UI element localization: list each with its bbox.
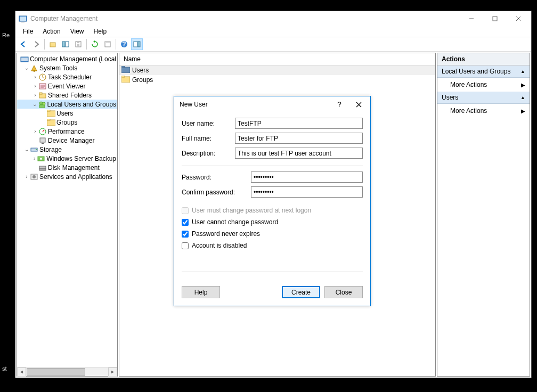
list-item-users[interactable]: Users	[119, 66, 435, 75]
disabled-checkbox-row[interactable]: Account is disabled	[182, 241, 363, 250]
action-pane-button[interactable]	[131, 38, 143, 50]
tree-disk-mgmt[interactable]: Disk Management	[17, 163, 117, 172]
app-icon	[19, 14, 27, 23]
fullname-label: Full name:	[182, 135, 235, 142]
tree-device-manager[interactable]: Device Manager	[17, 136, 117, 145]
fullname-input[interactable]	[235, 133, 363, 144]
menu-action[interactable]: Action	[38, 27, 64, 36]
tree-groups[interactable]: Groups	[17, 118, 117, 127]
tree-label: Users	[56, 110, 73, 117]
menu-help[interactable]: Help	[90, 27, 111, 36]
confirm-label: Confirm password:	[182, 189, 251, 196]
refresh-button[interactable]	[89, 38, 101, 50]
svg-rect-19	[34, 70, 35, 72]
svg-rect-23	[39, 93, 42, 94]
maximize-button[interactable]	[483, 11, 507, 26]
menubar: File Action View Help	[15, 26, 531, 37]
svg-rect-2	[21, 22, 25, 22]
must-change-checkbox-row: User must change password at next logon	[182, 206, 363, 215]
scroll-left-button[interactable]: ◄	[17, 368, 26, 377]
help-button[interactable]: ?	[118, 38, 130, 50]
tree-event-viewer[interactable]: › Event Viewer	[17, 81, 117, 91]
svg-rect-15	[134, 42, 137, 47]
tree-storage[interactable]: ⌄ Storage	[17, 145, 117, 154]
back-button[interactable]	[18, 38, 29, 50]
dialog-help-button[interactable]: ?	[330, 97, 349, 111]
properties-button[interactable]	[102, 38, 113, 50]
svg-rect-27	[47, 111, 55, 117]
svg-rect-18	[21, 58, 28, 61]
folder-icon	[121, 66, 130, 75]
list-header[interactable]: Name	[119, 53, 435, 66]
actions-more-2[interactable]: More Actions ▶	[437, 104, 530, 118]
dialog-title: New User	[180, 101, 330, 108]
tree[interactable]: Computer Management (Local ⌄ System Tool…	[17, 53, 117, 367]
list-item-groups[interactable]: Groups	[119, 75, 435, 85]
actions-section-label: Local Users and Groups	[442, 68, 510, 75]
tree-label: Windows Server Backup	[46, 155, 116, 162]
column-name[interactable]: Name	[119, 53, 435, 65]
create-button[interactable]: Create	[282, 286, 320, 298]
close-button[interactable]	[507, 11, 530, 26]
svg-rect-30	[47, 119, 50, 120]
tree-label: Performance	[48, 128, 85, 135]
svg-rect-33	[42, 143, 44, 144]
show-hide-button[interactable]	[60, 38, 71, 50]
tree-label: Services and Applications	[39, 173, 112, 181]
actions-item-label: More Actions	[450, 107, 487, 115]
svg-rect-26	[39, 105, 45, 108]
description-input[interactable]	[235, 148, 363, 159]
tree-label: Local Users and Groups	[47, 101, 116, 108]
actions-section-lug[interactable]: Local Users and Groups ▲	[437, 66, 530, 78]
tree-label: System Tools	[39, 64, 77, 72]
scroll-right-button[interactable]: ►	[108, 368, 117, 377]
cannot-change-checkbox[interactable]	[182, 219, 189, 226]
dialog-titlebar[interactable]: New User ?	[174, 96, 370, 112]
tree-ws-backup[interactable]: › Windows Server Backup	[17, 154, 117, 163]
confirm-password-input[interactable]	[251, 186, 363, 198]
tree-label: Event Viewer	[48, 83, 85, 90]
actions-more-1[interactable]: More Actions ▶	[437, 78, 530, 92]
tree-users[interactable]: Users	[17, 109, 117, 118]
tree-task-scheduler[interactable]: › Task Scheduler	[17, 72, 117, 81]
svg-rect-45	[121, 76, 125, 77]
actions-header: Actions	[437, 53, 530, 66]
tree-pane: Computer Management (Local ⌄ System Tool…	[17, 53, 118, 377]
svg-rect-28	[47, 110, 50, 111]
description-label: Description:	[182, 150, 235, 157]
actions-item-label: More Actions	[450, 81, 487, 88]
never-expires-checkbox[interactable]	[182, 231, 189, 238]
tree-local-users-groups[interactable]: ⌄ Local Users and Groups	[17, 100, 117, 109]
help-button[interactable]: Help	[182, 286, 220, 298]
tree-root[interactable]: Computer Management (Local	[17, 54, 117, 63]
svg-rect-12	[105, 42, 110, 43]
close-dialog-button[interactable]: Close	[324, 286, 363, 298]
minimize-button[interactable]	[460, 11, 483, 26]
dialog-close-button[interactable]	[349, 97, 368, 111]
collapse-icon: ▲	[520, 95, 525, 100]
tree-shared-folders[interactable]: › Shared Folders	[17, 91, 117, 100]
titlebar[interactable]: Computer Management	[15, 11, 531, 26]
up-button[interactable]	[47, 38, 59, 50]
username-input[interactable]	[235, 118, 363, 129]
tree-services-apps[interactable]: › Services and Applications	[17, 172, 117, 181]
never-expires-checkbox-row[interactable]: Password never expires	[182, 229, 363, 239]
account-disabled-checkbox[interactable]	[182, 242, 189, 249]
tree-hscrollbar[interactable]: ◄ ►	[17, 367, 117, 376]
tree-performance[interactable]: › Performance	[17, 127, 117, 136]
menu-file[interactable]: File	[19, 27, 37, 36]
cropped-text: st	[2, 365, 7, 372]
forward-button[interactable]	[30, 38, 42, 50]
submenu-icon: ▶	[521, 108, 525, 114]
svg-rect-32	[40, 138, 45, 142]
tree-system-tools[interactable]: ⌄ System Tools	[17, 63, 117, 72]
tree-label: Storage	[39, 146, 62, 153]
menu-view[interactable]: View	[66, 27, 88, 36]
export-button[interactable]	[72, 38, 84, 50]
actions-section-users[interactable]: Users ▲	[437, 92, 530, 104]
actions-section-label: Users	[442, 94, 458, 101]
password-input[interactable]	[251, 172, 363, 183]
scroll-thumb[interactable]	[27, 368, 85, 376]
svg-rect-43	[121, 66, 125, 68]
cannot-change-checkbox-row[interactable]: User cannot change password	[182, 217, 363, 227]
